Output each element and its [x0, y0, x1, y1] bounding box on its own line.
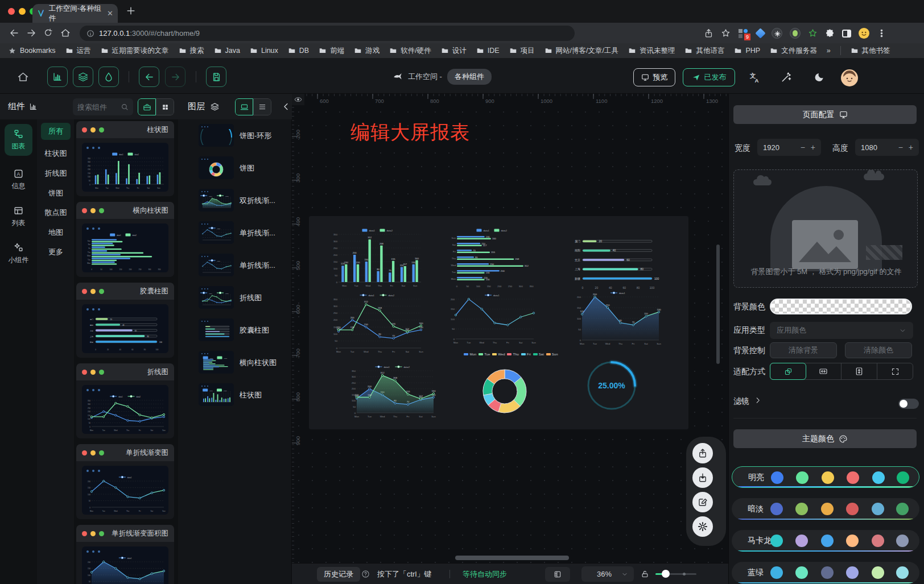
bookmark-folder[interactable]: 网站/博客/文章/工具	[544, 46, 618, 56]
category-折线图[interactable]: 折线图	[41, 165, 71, 182]
component-card-横向柱状图[interactable]: 横向柱状图data1data2050100150200250300350SunS…	[76, 202, 174, 277]
extensions-puzzle-icon[interactable]	[825, 28, 835, 38]
single-view-toggle[interactable]	[138, 98, 156, 115]
category-散点图[interactable]: 散点图	[41, 204, 71, 221]
fit-height-button[interactable]	[842, 363, 877, 379]
browser-menu-icon[interactable]	[877, 28, 886, 38]
component-card-折线图[interactable]: 折线图data1data2050100150200250300350MonTue…	[76, 363, 174, 438]
editor-canvas[interactable]: 6007008009001000110012001300 20030040050…	[292, 94, 728, 584]
pie-legend-item[interactable]: Tue	[478, 353, 490, 356]
layers-list-toggle[interactable]	[253, 98, 271, 115]
canvas-chart-double-line-gradient-area[interactable]: data1data2050100150200250300350120200150…	[348, 364, 437, 419]
undo-button[interactable]	[139, 67, 159, 87]
app-home-icon[interactable]	[17, 71, 29, 83]
zoom-select[interactable]: 36%	[581, 566, 634, 582]
lock-icon[interactable]	[641, 564, 649, 584]
edit-button[interactable]	[692, 492, 713, 512]
theme-row-明亮[interactable]: 明亮	[732, 466, 919, 488]
layer-item-胶囊柱图[interactable]: 胶囊柱图	[178, 318, 292, 341]
filter-expand-chevron-icon[interactable]	[754, 396, 762, 404]
bookmark-folder[interactable]: 游戏	[354, 46, 380, 56]
history-panel-button[interactable]	[545, 567, 570, 582]
canvas-chart-horizontal-bar[interactable]: data1data2050100150200250300350Sun130160…	[448, 227, 539, 288]
theme-row-马卡龙[interactable]: 马卡龙	[732, 530, 919, 552]
extension-kite-icon[interactable]	[755, 28, 765, 38]
pie-legend-item[interactable]: Wed	[492, 353, 505, 356]
sidebar-panel-icon[interactable]	[842, 30, 851, 38]
layer-item-折线图[interactable]: data1data2折线图	[178, 286, 292, 309]
bookmark-folder[interactable]: IDE	[476, 46, 500, 56]
width-minus-icon[interactable]: −	[801, 143, 805, 152]
canvas-chart-grouped-bar[interactable]: data1data2050100150200250300350120200150…	[330, 227, 424, 288]
import-button[interactable]	[692, 467, 713, 488]
bookmark-folder[interactable]: 前端	[319, 46, 344, 56]
bookmark-folder[interactable]: 软件/硬件	[389, 46, 431, 56]
history-button[interactable]: 历史记录	[317, 567, 360, 582]
height-stepper[interactable]: 1080 −+	[855, 139, 919, 156]
fit-scale-button[interactable]	[770, 363, 806, 380]
app-type-select[interactable]: 应用颜色	[770, 322, 913, 339]
filter-toggle[interactable]	[898, 399, 919, 409]
browser-home-icon[interactable]	[60, 28, 71, 38]
category-所有[interactable]: 所有	[41, 123, 71, 140]
redo-button[interactable]	[165, 67, 185, 87]
canvas-chart-capsule[interactable]: 厦门20南阳40北京60上海80新疆100020406080100	[570, 233, 662, 290]
browser-tab[interactable]: 工作空间-各种组件 ✕	[32, 4, 118, 23]
layer-item-柱状图[interactable]: data1data2柱状图	[178, 383, 292, 406]
traffic-minimize-button[interactable]	[19, 8, 26, 15]
magic-wand-button[interactable]	[781, 72, 792, 83]
bookmark-folder[interactable]: 其他语言	[684, 46, 724, 56]
clear-background-button[interactable]: 清除背景	[770, 342, 837, 358]
fit-full-button[interactable]	[877, 363, 913, 379]
category-饼图[interactable]: 饼图	[41, 185, 71, 202]
bookmark-folder[interactable]: 文件服务器	[770, 46, 817, 56]
theme-row-暗淡[interactable]: 暗淡	[732, 498, 919, 520]
grid-view-toggle[interactable]	[156, 98, 174, 115]
language-button[interactable]: 文A	[749, 72, 761, 84]
page-config-header[interactable]: 页面配置	[733, 105, 917, 124]
search-icon[interactable]	[121, 103, 129, 111]
tab-close-icon[interactable]: ✕	[107, 9, 113, 18]
background-upload-dropzone[interactable]: 背景图需小于 5M ， 格式为 png/jpg/gif 的文件	[733, 169, 918, 288]
forward-icon[interactable]	[26, 28, 36, 38]
bookmark-folder[interactable]: 项目	[509, 46, 535, 56]
bookmark-folder[interactable]: 资讯未整理	[628, 46, 675, 56]
layer-item-饼图[interactable]: 饼图	[178, 156, 292, 179]
bookmark-folder[interactable]: PHP	[734, 46, 760, 56]
pie-legend-item[interactable]: Mon	[464, 353, 476, 356]
zoom-slider-knob[interactable]	[662, 570, 670, 578]
workspace-name-badge[interactable]: 各种组件	[447, 69, 492, 85]
category-更多[interactable]: 更多	[41, 243, 71, 260]
back-icon[interactable]	[9, 28, 19, 38]
extension-proxy-icon[interactable]: 9	[738, 28, 749, 39]
bookmark-folder[interactable]: 搜索	[179, 46, 204, 56]
dark-mode-moon-button[interactable]	[814, 72, 825, 83]
canvas-text-component[interactable]: 编辑大屏报表	[350, 119, 470, 146]
bookmark-folder[interactable]: 近期需要读的文章	[101, 46, 169, 56]
share-icon[interactable]	[704, 28, 713, 38]
user-avatar[interactable]	[841, 69, 858, 89]
height-minus-icon[interactable]: −	[898, 143, 903, 152]
layer-item-横向柱状图[interactable]: data1data2横向柱状图	[178, 351, 292, 374]
category-柱状图[interactable]: 柱状图	[41, 145, 71, 162]
bookmark-folder[interactable]: 运营	[65, 46, 91, 56]
bookmark-folder[interactable]: Linux	[250, 46, 278, 56]
extension-green-star-icon[interactable]	[808, 28, 818, 38]
sidebar-item-信息[interactable]: A信息	[5, 164, 32, 196]
search-input[interactable]	[77, 103, 118, 111]
bookmarks-root[interactable]: Bookmarks	[8, 47, 56, 55]
address-bar[interactable]: 127.0.0.1:3000/#/chart/home/9	[80, 26, 575, 41]
collapse-panel-chevron-icon[interactable]	[282, 102, 291, 111]
clear-color-button[interactable]: 清除颜色	[845, 342, 912, 358]
category-地图[interactable]: 地图	[41, 224, 71, 241]
width-stepper[interactable]: 1920 −+	[757, 139, 821, 156]
bookmark-star-icon[interactable]	[721, 28, 731, 38]
bookmark-folder[interactable]: DB	[288, 46, 309, 56]
profile-avatar[interactable]	[859, 28, 869, 39]
extension-snowflake-icon[interactable]	[772, 28, 782, 39]
eye-icon[interactable]	[294, 96, 302, 103]
new-tab-button[interactable]	[125, 5, 137, 16]
canvas-horizontal-scrollbar[interactable]	[455, 556, 569, 560]
height-plus-icon[interactable]: +	[909, 143, 913, 152]
other-bookmarks[interactable]: 其他书签	[851, 46, 890, 56]
